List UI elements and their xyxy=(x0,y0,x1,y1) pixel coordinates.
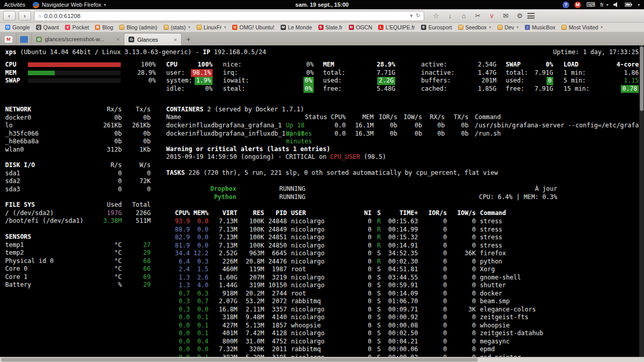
process-table: 93.9 0.0 7.13M 100K 24848 nicolargo 0 R … xyxy=(166,218,639,357)
vertical-scrollbar-thumb[interactable] xyxy=(640,46,643,111)
blue-app-pinned-tab[interactable] xyxy=(17,33,32,45)
stat-value: 1.85G xyxy=(478,85,496,93)
col-time[interactable]: TIME+ xyxy=(381,209,418,218)
gear-icon[interactable]: ⚙ xyxy=(515,12,524,20)
stat-label: idle: xyxy=(166,85,185,93)
forward-button[interactable]: › xyxy=(19,11,31,21)
stat-row: free:5.48G xyxy=(323,85,395,93)
bookmark-item[interactable]: ∨ Pocket ▾ xyxy=(62,23,92,32)
process-iow: 0 xyxy=(447,226,476,234)
col-status[interactable]: S xyxy=(372,209,381,218)
bookmark-item[interactable]: U OMG! Ubuntu! ▾ xyxy=(229,23,278,32)
col-pid[interactable]: PID xyxy=(264,209,287,218)
col-command[interactable]: Command xyxy=(480,209,639,218)
gmail-pinned-tab[interactable]: M xyxy=(1,33,17,45)
stat-value: 28.9% xyxy=(377,61,395,69)
help-indicator-icon[interactable]: ? xyxy=(562,2,569,8)
diskio-header: DISK I/O R/s W/s xyxy=(5,161,151,170)
process-command: gnome-shell xyxy=(480,274,639,282)
firefox-logo-icon xyxy=(33,2,39,8)
process-virt: 2.52G xyxy=(208,250,237,258)
hamburger-menu-icon[interactable] xyxy=(527,13,535,19)
bookmark-item[interactable]: LinuxFr ▾ xyxy=(194,23,230,32)
tab-close-icon[interactable]: × xyxy=(174,37,177,43)
clock[interactable]: sam. 19 sept., 15:00 xyxy=(295,2,348,8)
reload-icon[interactable]: ↻ xyxy=(416,12,421,19)
bookmark-item[interactable]: Most Visited ▾ xyxy=(558,23,606,32)
process-command: stress xyxy=(480,234,639,242)
process-pid: 2011 xyxy=(264,345,287,354)
bookmark-label: LinuxFr xyxy=(204,24,222,30)
url-bar[interactable]: ○ ▾ ↻ xyxy=(34,11,424,21)
bookmark-item[interactable]: N OGCN ▾ xyxy=(346,23,376,32)
back-button[interactable]: ‹ xyxy=(3,11,15,21)
sensors-panel: SENSORS temp1 °C 27 temp2 °C 29 xyxy=(5,233,151,289)
mail-icon[interactable]: ✉ xyxy=(501,12,510,20)
browser-toolbar: ‹ › ○ ▾ ↻ ☆ ↓ ⌂ ✂ ∨ ✉ ⚙ xyxy=(0,9,644,23)
bookmark-item[interactable]: ♪ MusicBox ▾ xyxy=(522,23,559,32)
amp-row: Dropbox RUNNING xyxy=(166,185,305,193)
volume-icon[interactable] xyxy=(614,2,620,7)
bookmark-item[interactable]: Seedbox ▾ xyxy=(455,23,494,32)
url-input[interactable] xyxy=(44,13,407,19)
language-indicator[interactable]: fr ▾ xyxy=(600,2,608,8)
disk-name: sda3 xyxy=(5,186,89,194)
activities-button[interactable]: Activités xyxy=(4,2,25,8)
col-cpu-percent[interactable]: CPU% xyxy=(166,209,190,218)
keyboard-icon[interactable]: ⌨ xyxy=(586,1,595,8)
col-nice[interactable]: NI xyxy=(339,209,372,218)
app-menu[interactable]: Navigateur Web Firefox ▾ xyxy=(33,2,106,8)
process-ior: 0 xyxy=(418,282,447,290)
horizontal-scrollbar[interactable] xyxy=(0,357,644,362)
process-nice: 0 xyxy=(339,282,372,290)
bookmark-item[interactable]: M Le Monde ▾ xyxy=(278,23,315,32)
vertical-scrollbar[interactable] xyxy=(639,45,644,357)
bookmark-item[interactable]: L L'EQUIPE.fr ▾ xyxy=(375,23,418,32)
col-mem-percent[interactable]: MEM% xyxy=(190,209,208,218)
battery-icon[interactable] xyxy=(625,3,633,7)
url-dropdown-icon[interactable]: ▾ xyxy=(410,12,413,19)
gmail-notifier-icon[interactable]: M xyxy=(574,2,581,8)
browser-tab[interactable]: G Glances × xyxy=(124,33,182,45)
stat-row: total:7.71G xyxy=(323,69,395,77)
bookmark-item[interactable]: Blog (admin) ▾ xyxy=(116,23,160,32)
bookmark-label: Seedbox xyxy=(465,24,487,30)
process-status: S xyxy=(372,274,381,282)
stat-value: 7.91G xyxy=(535,69,553,77)
col-virt[interactable]: VIRT xyxy=(208,209,237,218)
bookmark-item[interactable]: S Slate.fr ▾ xyxy=(315,23,346,32)
container-name: dockerinfluxdbgrafana_influxdb_1 xyxy=(166,130,286,138)
stat-row: system:1.9% xyxy=(166,77,213,85)
bookmark-item[interactable]: (stats) ▾ xyxy=(160,23,194,32)
new-tab-button[interactable]: + xyxy=(182,33,195,45)
bookmark-item[interactable]: Dev ▾ xyxy=(494,23,522,32)
stat-label: iowait: xyxy=(223,77,249,85)
col-user[interactable]: USER xyxy=(287,209,339,218)
bookmark-item[interactable]: E Eurosport ▾ xyxy=(418,23,455,32)
process-pid: 4140 xyxy=(264,314,287,322)
bookmark-star-icon[interactable]: ☆ xyxy=(431,12,441,20)
system-menu-caret-icon[interactable]: ▾ xyxy=(638,3,640,7)
col-res[interactable]: RES xyxy=(237,209,264,218)
tab-close-icon[interactable]: × xyxy=(117,36,120,42)
process-nice: 0 xyxy=(339,345,372,354)
container-rx: 0b xyxy=(422,122,445,130)
home-icon[interactable]: ⌂ xyxy=(459,12,469,20)
pocket-icon[interactable]: ∨ xyxy=(487,12,496,20)
horizontal-scrollbar-thumb[interactable] xyxy=(1,358,478,361)
bookmark-item[interactable]: B Blog ▾ xyxy=(92,23,116,32)
downloads-icon[interactable]: ↓ xyxy=(445,12,455,20)
bookmark-item[interactable]: Q Qwant ▾ xyxy=(33,23,62,32)
col-ior[interactable]: IOR/s xyxy=(418,209,447,218)
screenshot-icon[interactable]: ✂ xyxy=(473,12,482,20)
bookmark-item[interactable]: G Google ▾ xyxy=(2,23,33,32)
read-value: 0 xyxy=(89,186,122,194)
col-iow[interactable]: IOW/s xyxy=(447,209,476,218)
process-nice: 0 xyxy=(339,274,372,282)
process-command: zeitgeist-fts xyxy=(480,314,639,322)
total-value: 511M xyxy=(122,217,151,225)
update-status: À jour xyxy=(535,185,557,193)
browser-tab[interactable]: G glances/screenshot-w... × xyxy=(32,33,124,45)
quicklook-value: 0% xyxy=(126,77,156,85)
stat-value: 0% xyxy=(303,77,314,85)
